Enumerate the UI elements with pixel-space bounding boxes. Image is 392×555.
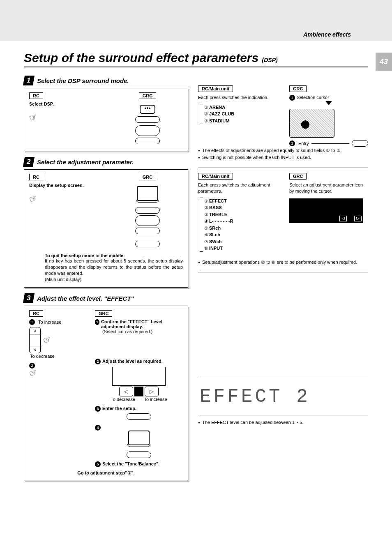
note-3: Setup/adjustment operations ② to ⑧ are t… [198, 259, 368, 265]
page-title: Setup of the surround effect parameters … [24, 41, 368, 67]
grc-tag: GRC [139, 92, 156, 99]
page-number-tab: 43 [376, 53, 392, 71]
wide-button-icon [135, 215, 160, 226]
breadcrumb: Ambience effects [303, 31, 351, 38]
step3-footer: Go to adjustment step"②". [29, 470, 183, 476]
long-button-icon [127, 413, 151, 420]
right-arrow-button-icon: ▷ [145, 387, 159, 396]
note-1: The effects of adjustments are applied e… [198, 147, 368, 154]
dsp-button-icon: ◂●▸ [140, 105, 155, 114]
long-button-icon [135, 207, 160, 214]
title-sub: (DSP) [262, 57, 278, 63]
left-arrow-button-icon: ◁ [119, 387, 133, 396]
g1-sub: (Select icon as required.) [102, 329, 183, 334]
bullet-2-icon: 2 [95, 359, 101, 364]
bullet-5-icon: 5 [95, 461, 101, 467]
g2-heading: 2 Adjust the level as required. [95, 359, 183, 364]
bullet-3-icon: 3 [95, 406, 101, 412]
grc-tag: GRC [289, 85, 307, 92]
lcd-note: The EFFECT level can be adjusted between… [198, 419, 368, 426]
up-down-control-icon: ∧ ∨ [29, 327, 41, 353]
display-setup-label: Display the setup screen. [29, 183, 100, 188]
g1-heading: 1 Confirm the "EFFECT" Level adjustment … [95, 319, 183, 329]
step3-num-icon: 3 [23, 293, 35, 303]
hand-icon: ☞ [28, 193, 39, 205]
lcd-text: EFFECT 2 [198, 380, 368, 415]
step1-heading: 1 Select the DSP surround mode. [24, 76, 188, 85]
bullet-1-icon: 1 [289, 95, 295, 101]
select-dsp-label: Select DSP. [29, 101, 100, 106]
sound-field-list: ①ARENA ②JAZZ CLUB ③STADIUM [200, 104, 277, 124]
long-button-icon [135, 228, 160, 234]
g5-heading: 5 Select the "Tone/Balance". [95, 461, 183, 467]
step2-box: RC Display the setup screen. ☞ GRC [24, 169, 188, 288]
screen-icon [128, 431, 150, 445]
long-button-icon [135, 116, 160, 123]
step2-num-icon: 2 [23, 157, 35, 167]
to-decrease-label: To decrease [30, 353, 83, 359]
grc-controls-icon [289, 109, 334, 138]
g4-heading: 4 [95, 425, 183, 431]
hand-icon: ☞ [42, 334, 53, 346]
bullet-1-icon: 1 [29, 319, 35, 325]
title-main: Setup of the surround effect parameters [24, 51, 258, 64]
long-button-icon [352, 140, 368, 147]
quit-tail: (Main unit display) [45, 276, 183, 283]
note-2: Switching is not possible when the 6ch I… [198, 154, 368, 161]
hand-icon: ☞ [28, 367, 39, 379]
bullet-2-icon: 2 [289, 140, 295, 146]
level-bar-icon [112, 367, 166, 386]
lcd-display: EFFECT 2 [198, 376, 368, 415]
step2-heading: 2 Select the adjustment parameter. [24, 157, 188, 167]
entry-label: Entry [298, 140, 309, 147]
bullet-1-icon: 1 [95, 319, 99, 325]
to-increase-label: To increase [144, 397, 167, 402]
step3-box: RC 1 To increase ∧ ∨ [24, 306, 188, 481]
rc-tag: RC [29, 310, 43, 317]
grc-tag: GRC [289, 173, 307, 180]
grc-tag: GRC [139, 174, 156, 180]
long-button-icon [135, 241, 160, 247]
right-arrow-icon: ▷ [354, 216, 362, 221]
step1-box: RC Select DSP. ☞ GRC ◂●▸ [24, 88, 188, 151]
rc-tag: RC [29, 92, 43, 99]
to-increase-label: To increase [38, 319, 61, 325]
selection-cursor-label: Selection cursor [297, 95, 329, 100]
long-button-icon [127, 451, 151, 458]
select-icon-intro: Select an adjustment parameter icon by m… [289, 182, 368, 194]
rc-main-tag: RC/Main unit [198, 85, 233, 92]
adjustment-param-list: ①EFFECT ②BASS ③TREBLE ④L- - - - - - -R ⑤… [200, 198, 277, 252]
switch-params-intro: Each press switches the adjustment param… [198, 182, 277, 194]
rc-tag: RC [29, 174, 43, 180]
grc-tag: GRC [95, 310, 112, 317]
g3-heading: 3 Enter the setup. [95, 406, 183, 412]
rc-main-tag: RC/Main unit [198, 173, 233, 180]
screen-icon [137, 186, 158, 201]
to-decrease-label: To decrease [111, 397, 135, 402]
switch-intro: Each press switches the indication. [198, 94, 277, 101]
bullet-4-icon: 4 [95, 425, 101, 431]
quit-body: If no key has been pressed for about 5 s… [45, 258, 183, 276]
left-arrow-icon: ◁ [339, 216, 347, 221]
step3-heading: 3 Adjust the effect level. "EFFECT" [24, 293, 188, 303]
quit-heading: To quit the setup mode in the middle: [45, 253, 183, 258]
long-button-icon [135, 138, 160, 144]
step1-num-icon: 1 [23, 76, 35, 85]
hand-icon: ☞ [28, 112, 39, 123]
wide-button-icon [135, 125, 160, 136]
cursor-down-icon [325, 101, 332, 105]
grc-screen-icon: ◁▷ [289, 198, 363, 223]
